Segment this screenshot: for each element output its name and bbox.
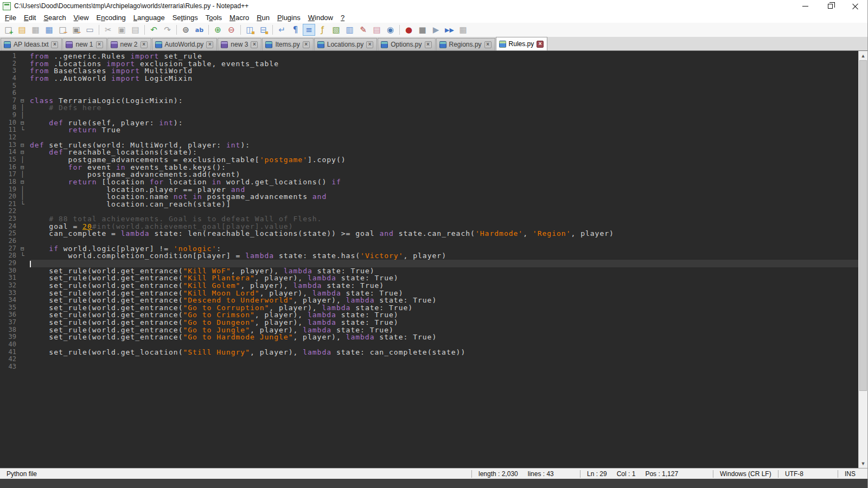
line-number[interactable]: 43 — [0, 363, 21, 371]
tab-new-2[interactable]: new 2× — [107, 38, 151, 50]
code-line[interactable]: 15│ postgame_advancements = exclusion_ta… — [0, 156, 858, 164]
menu-item-search[interactable]: Search — [40, 13, 69, 22]
save-macro-button[interactable]: ▦ — [457, 24, 469, 36]
menu-item-view[interactable]: View — [70, 13, 93, 22]
line-number[interactable]: 40 — [0, 341, 21, 349]
status-eol-format[interactable]: Windows (CR LF) — [713, 470, 778, 478]
line-number[interactable]: 4 — [0, 75, 21, 82]
code-line[interactable]: 33 set_rule(world.get_entrance("Kill Moo… — [0, 290, 858, 297]
restore-button[interactable] — [818, 0, 843, 12]
code-line[interactable]: 40 — [0, 341, 858, 349]
tab-close-icon[interactable]: × — [96, 41, 103, 48]
fold-collapse-icon[interactable]: ⊟ — [21, 164, 30, 171]
code-line[interactable]: 23 # 88 total achievements. Goal is to d… — [0, 215, 858, 223]
fold-collapse-icon[interactable]: ⊟ — [21, 142, 30, 149]
line-number[interactable]: 5 — [0, 82, 21, 90]
tab-rules-py[interactable]: Rules.py× — [496, 37, 548, 50]
code-line[interactable]: 13⊟def set_rules(world: MultiWorld, play… — [0, 142, 858, 149]
line-number[interactable]: 31 — [0, 274, 21, 282]
editor-area[interactable]: 1from ..generic.Rules import set_rule2fr… — [0, 51, 867, 468]
line-number[interactable]: 36 — [0, 311, 21, 319]
stop-macro-button[interactable]: ■ — [416, 24, 429, 36]
code-line[interactable]: 19│ location.player == player and — [0, 186, 858, 194]
menu-item-file[interactable]: File — [1, 13, 20, 22]
menu-item-tools[interactable]: Tools — [202, 13, 226, 22]
tab-new-1[interactable]: new 1× — [62, 38, 106, 50]
code-line[interactable]: 38 set_rule(world.get_entrance("Go to Ju… — [0, 326, 858, 334]
document-map-button[interactable]: ▧ — [330, 24, 342, 36]
word-wrap-button[interactable]: ↵ — [276, 24, 288, 36]
code-line[interactable]: 43 — [0, 363, 858, 371]
find-button[interactable]: ⊚ — [180, 24, 192, 36]
code-line[interactable]: 18⊟ return [location for location in wor… — [0, 178, 858, 186]
close-button[interactable] — [843, 0, 867, 12]
tab-close-icon[interactable]: × — [51, 41, 58, 48]
line-number[interactable]: 39 — [0, 333, 21, 341]
code-line[interactable]: 32 set_rule(world.get_entrance("Kill Gol… — [0, 282, 858, 290]
code-line[interactable]: 37 set_rule(world.get_entrance("Go to Du… — [0, 319, 858, 326]
line-number[interactable]: 11 — [0, 126, 21, 134]
tab-options-py[interactable]: Options.py× — [378, 38, 435, 50]
code-line[interactable]: 4from ..AutoWorld import LogicMixin — [0, 75, 858, 82]
code-line[interactable]: 42 — [0, 356, 858, 363]
line-number[interactable]: 38 — [0, 326, 21, 334]
tab-close-icon[interactable]: × — [141, 41, 148, 48]
tab-close-icon[interactable]: × — [537, 41, 544, 48]
code-line[interactable]: 27⊟ if world.logic[player] != 'nologic': — [0, 245, 858, 253]
code-line[interactable]: 12 — [0, 134, 858, 142]
line-number[interactable]: 17 — [0, 171, 21, 178]
code-line[interactable]: 9│ — [0, 112, 858, 119]
line-number[interactable]: 9 — [0, 112, 21, 119]
minimize-button[interactable] — [793, 0, 818, 12]
tab-new-3[interactable]: new 3× — [218, 38, 261, 50]
line-number[interactable]: 6 — [0, 89, 21, 97]
tab-regions-py[interactable]: Regions.py× — [436, 38, 495, 50]
tab-autoworld-py[interactable]: AutoWorld.py× — [152, 38, 218, 50]
code-line[interactable]: 6 — [0, 89, 858, 97]
tab-close-icon[interactable]: × — [484, 41, 492, 48]
fold-collapse-icon[interactable]: ⊟ — [21, 178, 30, 186]
close-button[interactable]: □− — [56, 24, 69, 36]
code-line[interactable]: 16⊟ for event in events_table.keys(): — [0, 164, 858, 171]
code-line[interactable]: 25 can_complete = lambda state: len(reac… — [0, 230, 858, 237]
code-line[interactable]: 29 — [0, 260, 858, 267]
scroll-down-arrow-icon[interactable]: ▼ — [859, 459, 867, 468]
editor-lines[interactable]: 1from ..generic.Rules import set_rule2fr… — [0, 51, 858, 468]
vertical-scrollbar[interactable]: ▲ ▼ — [858, 51, 867, 468]
line-number[interactable]: 3 — [0, 67, 21, 75]
cut-button[interactable]: ✂ — [102, 24, 114, 36]
line-number[interactable]: 28 — [0, 252, 21, 260]
fold-collapse-icon[interactable]: ⊟ — [21, 245, 30, 253]
code-line[interactable]: 26 — [0, 237, 858, 245]
line-number[interactable]: 10 — [0, 119, 21, 127]
menu-item-language[interactable]: Language — [130, 13, 169, 22]
code-line[interactable]: 8│ # Defs here — [0, 104, 858, 112]
tab-locations-py[interactable]: Locations.py× — [314, 38, 377, 50]
line-number[interactable]: 13 — [0, 142, 21, 149]
undo-button[interactable]: ↶ — [148, 24, 160, 36]
code-line[interactable]: 7⊟class TerrariaLogic(LogicMixin): — [0, 97, 858, 105]
line-number[interactable]: 32 — [0, 282, 21, 290]
line-number[interactable]: 34 — [0, 297, 21, 304]
function-list-button[interactable]: ƒ — [316, 24, 329, 36]
line-number[interactable]: 25 — [0, 230, 21, 237]
code-line[interactable]: 39 set_rule(world.get_entrance("Go to Ha… — [0, 333, 858, 341]
code-line[interactable]: 3from BaseClasses import MultiWorld — [0, 67, 858, 75]
zoom-out-button[interactable]: ⊖ — [225, 24, 238, 36]
show-all-characters-button[interactable]: ¶ — [289, 24, 302, 36]
code-line[interactable]: 17│ postgame_advancements.add(event) — [0, 171, 858, 178]
menu-item-macro[interactable]: Macro — [226, 13, 253, 22]
line-number[interactable]: 30 — [0, 267, 21, 275]
line-number[interactable]: 19 — [0, 186, 21, 194]
code-line[interactable]: 28└ world.completion_condition[player] =… — [0, 252, 858, 260]
monitoring-button[interactable]: ◉ — [384, 24, 397, 36]
code-line[interactable]: 14⊟ def reachable_locations(state): — [0, 149, 858, 156]
status-insert-mode[interactable]: INS — [838, 470, 867, 478]
run-macro-multiple-button[interactable]: ▶▶ — [443, 24, 456, 36]
code-line[interactable]: 5 — [0, 82, 858, 90]
line-number[interactable]: 8 — [0, 104, 21, 112]
code-line[interactable]: 41 set_rule(world.get_location("Still Hu… — [0, 349, 858, 356]
line-number[interactable]: 37 — [0, 319, 21, 326]
line-number[interactable]: 12 — [0, 134, 21, 142]
show-indent-guide-button[interactable]: ≡ — [303, 24, 315, 36]
